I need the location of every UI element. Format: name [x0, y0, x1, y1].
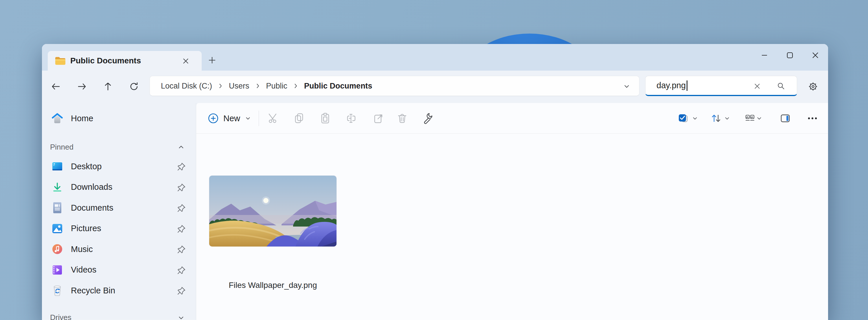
sidebar-item-pictures[interactable]: Pictures: [46, 220, 192, 237]
music-icon: [51, 243, 63, 255]
pin-icon[interactable]: [177, 266, 186, 275]
maximize-button[interactable]: [777, 46, 802, 64]
sidebar-item-recycle-bin[interactable]: Recycle Bin: [46, 282, 192, 299]
section-header-pinned: Pinned: [50, 142, 73, 152]
section-header-drives: Drives: [50, 313, 71, 320]
address-dropdown-icon[interactable]: [622, 82, 631, 91]
documents-icon: [51, 202, 63, 214]
breadcrumb: Local Disk (C:)UsersPublicPublic Documen…: [161, 82, 372, 91]
downloads-icon: [51, 181, 63, 193]
pictures-icon: [51, 223, 63, 235]
rename-icon[interactable]: [343, 109, 361, 127]
more-options-icon[interactable]: [804, 109, 822, 127]
breadcrumb-item[interactable]: Public: [266, 82, 288, 91]
back-button[interactable]: [47, 77, 65, 95]
sidebar-item-desktop[interactable]: Desktop: [46, 158, 192, 175]
titlebar[interactable]: Public Documents: [42, 44, 828, 71]
pin-icon[interactable]: [177, 245, 186, 254]
settings-gear-icon[interactable]: [804, 77, 822, 95]
pin-icon[interactable]: [177, 162, 186, 171]
clear-search-icon[interactable]: [752, 81, 763, 92]
share-icon[interactable]: [370, 109, 388, 127]
delete-icon[interactable]: [393, 109, 411, 127]
toolbar-separator: [259, 110, 259, 126]
sidebar-item-videos[interactable]: Videos: [46, 261, 192, 278]
breadcrumb-chevron-icon[interactable]: [255, 82, 261, 90]
paste-icon[interactable]: [316, 109, 334, 127]
close-button[interactable]: [803, 46, 828, 64]
content-area: New: [196, 103, 828, 320]
breadcrumb-item[interactable]: Public Documents: [304, 82, 372, 91]
sidebar-item-label: Documents: [71, 203, 114, 213]
sidebar-item-documents[interactable]: Documents: [46, 199, 192, 216]
sidebar-item-music[interactable]: Music: [46, 241, 192, 257]
file-name: Files Wallpaper_day.png: [209, 281, 337, 290]
recycle-bin-icon: [51, 284, 63, 296]
sidebar-item-label: Recycle Bin: [71, 286, 115, 295]
file-thumbnail: [209, 175, 337, 247]
chevron-down-icon[interactable]: [177, 313, 185, 320]
pin-icon[interactable]: [177, 286, 186, 295]
new-tab-button[interactable]: [205, 53, 219, 67]
breadcrumb-chevron-icon[interactable]: [292, 82, 299, 90]
sidebar-item-label: Desktop: [71, 162, 101, 171]
sidebar-item-label: Home: [71, 114, 93, 123]
view-dropdown-icon[interactable]: [753, 109, 766, 127]
breadcrumb-item[interactable]: Local Disk (C:): [161, 82, 212, 91]
pin-icon[interactable]: [177, 203, 186, 213]
text-caret: [687, 81, 687, 91]
file-item[interactable]: Files Wallpaper_day.png: [209, 175, 337, 290]
desktop-icon: [51, 160, 63, 172]
minimize-button[interactable]: [752, 46, 777, 64]
folder-icon: [55, 56, 66, 65]
cut-icon[interactable]: [264, 109, 282, 127]
up-button[interactable]: [99, 77, 117, 95]
address-row: Local Disk (C:)UsersPublicPublic Documen…: [42, 71, 828, 103]
sidebar-item-label: Music: [71, 245, 93, 254]
tab-public-documents[interactable]: Public Documents: [48, 51, 202, 71]
pin-icon[interactable]: [177, 183, 186, 192]
new-button-label: New: [223, 114, 240, 123]
sidebar-item-home[interactable]: Home: [46, 110, 192, 127]
sidebar-item-label: Downloads: [71, 182, 112, 192]
pin-icon[interactable]: [177, 224, 186, 233]
file-explorer-window: Public Documents: [42, 44, 828, 320]
search-value: day.png: [656, 81, 686, 90]
sidebar-item-label: Pictures: [71, 224, 101, 233]
refresh-button[interactable]: [125, 77, 143, 95]
copy-icon[interactable]: [290, 109, 308, 127]
videos-icon: [51, 264, 63, 276]
sidebar-item-downloads[interactable]: Downloads: [46, 179, 192, 196]
tab-title: Public Documents: [70, 56, 141, 65]
tools-icon[interactable]: [419, 109, 437, 127]
breadcrumb-item[interactable]: Users: [229, 82, 249, 91]
breadcrumb-bar[interactable]: Local Disk (C:)UsersPublicPublic Documen…: [150, 76, 640, 96]
select-dropdown-icon[interactable]: [689, 109, 701, 127]
sort-dropdown-icon[interactable]: [721, 109, 734, 127]
chevron-down-icon: [245, 115, 251, 122]
new-button[interactable]: New: [204, 108, 254, 128]
chevron-up-icon[interactable]: [177, 143, 185, 152]
sidebar-item-label: Videos: [71, 265, 96, 275]
command-bar: New: [196, 103, 828, 134]
details-pane-icon[interactable]: [776, 109, 794, 127]
search-icon[interactable]: [775, 81, 786, 92]
navigation-pane: Home Pinned DesktopDownloadsDocumentsPic…: [42, 103, 196, 320]
tab-close-icon[interactable]: [180, 56, 191, 66]
home-icon: [51, 112, 63, 124]
breadcrumb-chevron-icon[interactable]: [217, 82, 224, 90]
forward-button[interactable]: [73, 77, 91, 95]
search-input[interactable]: day.png: [645, 76, 797, 96]
